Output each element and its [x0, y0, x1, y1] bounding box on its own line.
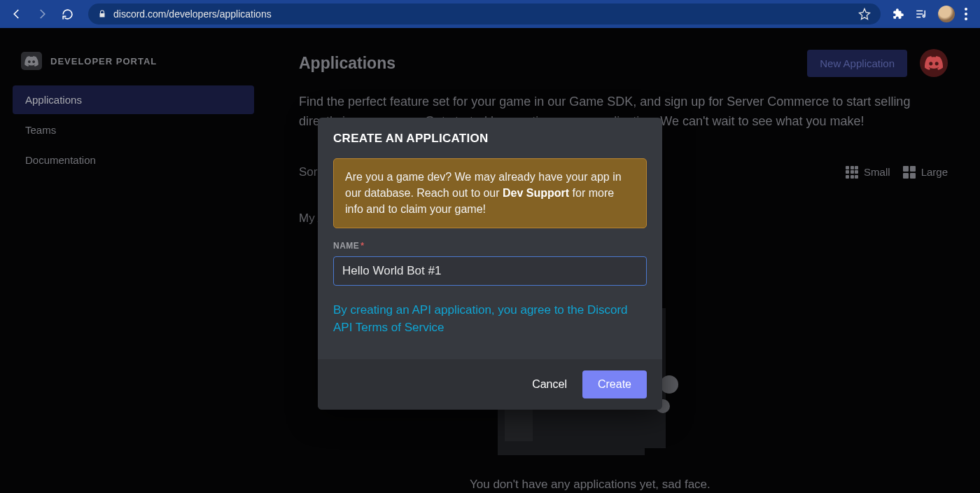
name-input[interactable] [333, 256, 647, 286]
cancel-button[interactable]: Cancel [532, 370, 567, 398]
create-button[interactable]: Create [582, 370, 647, 398]
dev-support-link[interactable]: Dev Support [503, 187, 569, 199]
forward-button[interactable] [32, 4, 52, 24]
browser-toolbar: discord.com/developers/applications [0, 0, 980, 28]
reload-button[interactable] [57, 4, 77, 24]
svg-point-1 [965, 13, 967, 15]
star-icon[interactable] [858, 8, 871, 20]
address-bar[interactable]: discord.com/developers/applications [88, 4, 881, 25]
modal-backdrop[interactable]: CREATE AN APPLICATION Are you a game dev… [0, 28, 980, 493]
svg-point-0 [965, 8, 967, 11]
profile-avatar[interactable] [938, 6, 955, 22]
modal-title: CREATE AN APPLICATION [333, 132, 647, 146]
menu-icon[interactable] [965, 8, 967, 20]
url-text: discord.com/developers/applications [113, 8, 851, 20]
name-field-label: NAME* [333, 241, 647, 251]
create-application-modal: CREATE AN APPLICATION Are you a game dev… [318, 118, 662, 410]
back-button[interactable] [7, 4, 27, 24]
media-icon[interactable] [914, 8, 928, 20]
game-dev-callout: Are you a game dev? We may already have … [333, 158, 647, 228]
lock-icon [98, 9, 106, 19]
browser-right-icons [892, 6, 973, 22]
tos-text[interactable]: By creating an API application, you agre… [333, 301, 647, 337]
extensions-icon[interactable] [892, 8, 904, 20]
svg-point-2 [965, 18, 967, 20]
